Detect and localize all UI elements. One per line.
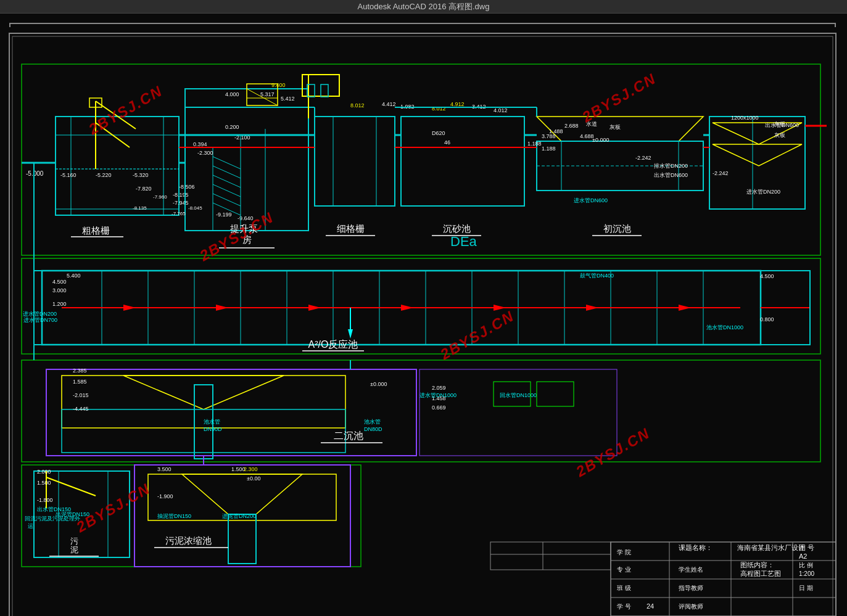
- svg-text:海南省某县污水厂设计: 海南省某县污水厂设计: [737, 544, 805, 551]
- svg-text:图 号: 图 号: [799, 544, 814, 551]
- svg-text:沉砂池: 沉砂池: [443, 223, 471, 234]
- svg-text:0.800: 0.800: [760, 316, 774, 322]
- svg-text:2.059: 2.059: [432, 385, 446, 391]
- svg-text:DN90D: DN90D: [204, 426, 222, 432]
- svg-text:-5.320: -5.320: [133, 172, 149, 178]
- svg-text:1.188: 1.188: [527, 141, 542, 147]
- svg-text:出水管DN600: 出水管DN600: [654, 172, 688, 178]
- svg-text:-9.199: -9.199: [216, 211, 232, 218]
- svg-text:-2.242: -2.242: [713, 170, 729, 176]
- svg-text:抽泥管DN150: 抽泥管DN150: [157, 513, 191, 519]
- svg-text:污泥浓缩池: 污泥浓缩池: [165, 535, 212, 546]
- svg-text:0.394: 0.394: [193, 141, 207, 147]
- svg-text:进水管DN1000: 进水管DN1000: [419, 392, 457, 398]
- svg-text:3.000: 3.000: [52, 287, 67, 294]
- svg-text:污: 污: [70, 536, 78, 546]
- svg-text:学生姓名: 学生姓名: [679, 566, 703, 573]
- svg-text:学 号: 学 号: [617, 603, 631, 610]
- drawing-area: -5.000 -5.160 -5.220 -5.320 -7.820 -8.19…: [0, 14, 847, 616]
- svg-text:1.488: 1.488: [549, 128, 563, 134]
- svg-text:2.300: 2.300: [244, 466, 258, 472]
- svg-text:-4.445: -4.445: [73, 406, 89, 412]
- svg-text:4.912: 4.912: [450, 101, 465, 107]
- svg-text:进水管DN200: 进水管DN200: [23, 311, 57, 317]
- svg-text:-7.820: -7.820: [136, 186, 152, 192]
- svg-text:鼓气管DN400: 鼓气管DN400: [580, 273, 614, 279]
- svg-text:4.412: 4.412: [382, 101, 396, 107]
- svg-text:-2.015: -2.015: [73, 392, 89, 398]
- svg-text:-8.135: -8.135: [133, 205, 147, 211]
- svg-text:0.669: 0.669: [432, 405, 446, 411]
- svg-text:-5.160: -5.160: [60, 172, 76, 178]
- svg-text:细格栅: 细格栅: [337, 223, 365, 234]
- svg-text:D620: D620: [432, 130, 445, 136]
- svg-text:学 院: 学 院: [617, 549, 631, 556]
- svg-text:-5.220: -5.220: [96, 172, 112, 178]
- svg-text:1200x1000: 1200x1000: [731, 115, 759, 121]
- svg-text:进水管DN200: 进水管DN200: [746, 189, 780, 195]
- svg-text:A²/O反应池: A²/O反应池: [308, 339, 358, 350]
- svg-text:班 级: 班 级: [617, 585, 631, 591]
- svg-text:池水管: 池水管: [204, 419, 220, 425]
- svg-text:DN80D: DN80D: [364, 426, 382, 432]
- svg-text:5.400: 5.400: [67, 273, 81, 279]
- svg-text:-2.300: -2.300: [197, 150, 213, 156]
- window-title: Autodesk AutoCAD 2016 高程图.dwg: [358, 1, 490, 12]
- cad-drawing: -5.000 -5.160 -5.220 -5.320 -7.820 -8.19…: [0, 27, 847, 616]
- svg-text:±0.000: ±0.000: [370, 381, 387, 387]
- svg-text:4.000: 4.000: [225, 91, 239, 97]
- svg-text:8.012: 8.012: [432, 105, 446, 112]
- svg-text:1.200: 1.200: [52, 301, 67, 307]
- svg-text:24: 24: [647, 602, 654, 610]
- svg-text:进水管DN600: 进水管DN600: [574, 197, 608, 203]
- svg-text:排水管DN200: 排水管DN200: [654, 163, 688, 169]
- svg-text:5.317: 5.317: [260, 91, 275, 97]
- svg-text:4.500: 4.500: [760, 273, 774, 279]
- svg-text:A2: A2: [799, 552, 807, 560]
- svg-text:专 业: 专 业: [617, 566, 631, 573]
- svg-text:-7.960: -7.960: [153, 194, 167, 200]
- svg-text:5.412: 5.412: [281, 96, 295, 102]
- svg-text:1:200: 1:200: [799, 570, 814, 577]
- svg-text:池水管: 池水管: [364, 419, 381, 425]
- svg-text:出水管DN600: 出水管DN600: [765, 122, 799, 128]
- svg-text:进水管DN700: 进水管DN700: [23, 317, 57, 323]
- svg-text:进泥管DN200: 进泥管DN200: [222, 513, 256, 519]
- svg-text:1.500: 1.500: [37, 480, 51, 486]
- svg-text:初沉池: 初沉池: [603, 223, 631, 234]
- svg-text:2.385: 2.385: [73, 368, 87, 374]
- svg-text:-5.000: -5.000: [26, 170, 44, 177]
- svg-text:比 例: 比 例: [799, 562, 813, 569]
- svg-text:4.012: 4.012: [494, 107, 508, 113]
- svg-text:2.000: 2.000: [37, 469, 51, 475]
- svg-text:0.200: 0.200: [225, 124, 239, 130]
- svg-text:-1.800: -1.800: [37, 497, 53, 503]
- svg-text:DEa: DEa: [450, 234, 477, 249]
- svg-text:9.400: 9.400: [271, 82, 286, 88]
- svg-text:池水管DN1000: 池水管DN1000: [706, 324, 743, 331]
- svg-text:4.688: 4.688: [580, 133, 594, 139]
- svg-text:-7.765: -7.765: [171, 211, 186, 216]
- svg-text:灰板: 灰板: [609, 124, 621, 130]
- svg-text:泥: 泥: [70, 545, 78, 554]
- svg-text:-8.045: -8.045: [188, 205, 202, 211]
- svg-text:图纸内容：: 图纸内容：: [740, 561, 774, 569]
- svg-text:-7.945: -7.945: [173, 200, 189, 206]
- svg-text:回水管DN1000: 回水管DN1000: [500, 392, 537, 398]
- svg-text:46: 46: [444, 139, 450, 146]
- svg-text:1.585: 1.585: [73, 379, 87, 385]
- svg-text:-1.900: -1.900: [157, 493, 173, 499]
- svg-text:高程图工艺图: 高程图工艺图: [740, 570, 781, 577]
- svg-text:±0.00: ±0.00: [247, 475, 260, 482]
- svg-text:-2.242: -2.242: [635, 155, 651, 161]
- svg-text:课题名称：: 课题名称：: [679, 544, 713, 551]
- svg-text:1.188: 1.188: [542, 146, 556, 152]
- svg-text:2.688: 2.688: [564, 123, 579, 129]
- svg-text:日 期: 日 期: [799, 585, 813, 591]
- svg-text:-8.195: -8.195: [173, 192, 189, 198]
- svg-text:8.012: 8.012: [350, 102, 365, 109]
- svg-text:指导教师: 指导教师: [678, 585, 703, 591]
- svg-text:评阅教师: 评阅教师: [679, 603, 703, 610]
- svg-text:3.500: 3.500: [157, 466, 171, 472]
- svg-text:4.500: 4.500: [52, 279, 67, 285]
